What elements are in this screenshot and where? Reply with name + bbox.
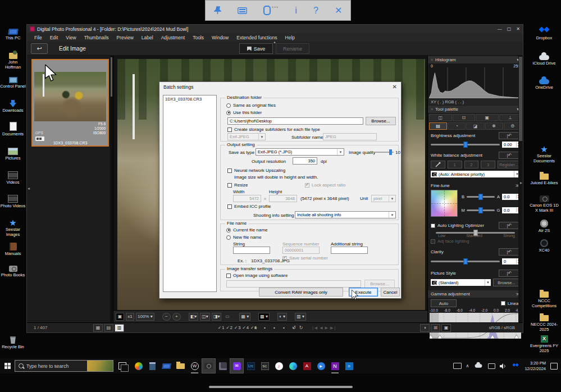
tab-crop[interactable]: ⊡	[453, 114, 476, 121]
close-icon[interactable]: ✕	[335, 6, 342, 15]
gamma-auto-button[interactable]: Auto	[431, 299, 457, 307]
neural-upscaling-checkbox[interactable]: Neural network Upscaling	[227, 168, 285, 173]
compare-horizontal-button[interactable]: ◫▾	[200, 313, 210, 321]
desktop-icon-control-panel[interactable]: Control Panel	[0, 72, 26, 89]
action-center-icon[interactable]	[550, 363, 558, 370]
grid-layout-button[interactable]: ▦	[93, 324, 103, 332]
mg-value[interactable]: 0.0▲▼	[502, 207, 520, 213]
execute-button[interactable]: Execute	[349, 288, 378, 297]
menu-tools[interactable]: Tools	[189, 35, 208, 40]
desktop-icon-downloads[interactable]: Downloads	[0, 96, 26, 113]
tab-color[interactable]: ❋	[485, 122, 503, 130]
desktop-icon-juiced-ebikes[interactable]: Juiced E-bikes	[528, 168, 560, 186]
taskbar-search[interactable]: Type here to search	[15, 360, 113, 372]
rotate-left-button[interactable]: ↺	[292, 325, 296, 330]
taskbar-photos[interactable]	[216, 358, 230, 373]
clarity-reset-button[interactable]: |↶	[499, 248, 520, 256]
clarity-slider[interactable]	[431, 261, 500, 262]
onedrive-tray-icon[interactable]	[475, 364, 482, 367]
create-subfolders-checkbox[interactable]: Create storage subfolders for each file …	[227, 127, 320, 132]
open-with-software-checkbox[interactable]: Open image using software	[226, 273, 288, 278]
filmstrip-layout-button[interactable]: ▥	[115, 324, 124, 332]
touch-keyboard-icon[interactable]	[453, 363, 462, 369]
clarity-value[interactable]: 0▲▼	[502, 258, 520, 265]
prev-image-button[interactable]: ◀	[320, 326, 323, 330]
desktop-icon-photo-books[interactable]: Photo Books	[0, 261, 26, 278]
picture-style-dropdown[interactable]: (Standard)▼	[431, 279, 491, 286]
softproof-icon[interactable]: ⊞	[431, 324, 440, 332]
fine-tune-color-box[interactable]	[431, 190, 458, 217]
menu-thumbnails[interactable]: Thumbnails	[80, 35, 113, 40]
wb-eyedropper-button[interactable]	[431, 161, 445, 168]
network-icon[interactable]	[488, 363, 495, 369]
embed-icc-checkbox[interactable]: Embed ICC profile	[227, 204, 271, 209]
picture-style-reset-button[interactable]: |↶	[499, 270, 520, 277]
menu-preview[interactable]: Preview	[113, 35, 138, 40]
fit-to-window-button[interactable]: ▣	[116, 313, 124, 321]
desktop-icon-videos[interactable]: Videos	[0, 168, 26, 185]
taskbar-this-pc[interactable]	[159, 358, 174, 373]
file-list-item[interactable]: 1DX3_033708.CR3	[165, 97, 202, 102]
alo-checkbox[interactable]	[431, 224, 435, 228]
desktop-icon-this-pc[interactable]: This PC	[0, 24, 26, 41]
histogram-header[interactable]: ≡Histogram▼	[428, 56, 523, 63]
taskbar-photo-app[interactable]: SC	[258, 358, 272, 373]
tab-basic[interactable]: ▤	[429, 122, 447, 130]
additional-string-field[interactable]	[331, 247, 368, 254]
desktop-icon-dropbox[interactable]: Dropbox	[528, 24, 560, 41]
desktop-icon-air-2s[interactable]: Air 2S	[528, 216, 560, 234]
wb-register-button[interactable]: Register...	[498, 161, 520, 168]
keyboard-icon[interactable]	[238, 7, 247, 14]
alo-slider[interactable]	[436, 232, 515, 234]
image-quality-slider[interactable]	[373, 152, 394, 153]
taskbar-outlook[interactable]: o	[342, 358, 356, 373]
desktop-icon-photo-videos[interactable]: Photo Videos	[0, 192, 26, 209]
menu-adjustment[interactable]: Adjustment	[157, 35, 189, 40]
taskbar-lightroom[interactable]: Lrc	[244, 358, 258, 373]
compare-vertical-button[interactable]: ◨▾	[212, 313, 222, 321]
taskbar-acrobat[interactable]: A	[300, 358, 314, 373]
desktop-icon-user-folder[interactable]: John Hoffman	[0, 48, 26, 70]
string-field[interactable]	[233, 247, 270, 254]
desktop-icon-documents[interactable]: Documents	[0, 120, 26, 137]
destination-browse-button[interactable]: Browse...	[366, 117, 396, 125]
dialog-file-list[interactable]: 1DX3_033708.CR3	[163, 95, 217, 292]
menu-view[interactable]: View	[62, 35, 80, 40]
taskbar-itunes[interactable]: ♪	[272, 358, 286, 373]
color-label-dots[interactable]: • • • • •	[254, 325, 298, 330]
taskbar-onenote[interactable]: N	[328, 358, 342, 373]
save-as-type-dropdown[interactable]: Exif-JPEG (*.JPG)▼	[256, 148, 344, 156]
desktop-icon-neccc[interactable]: NECCC 2024-2025	[528, 310, 560, 332]
tray-chevron-icon[interactable]: ∧	[466, 363, 469, 368]
menu-label[interactable]: Label	[138, 35, 157, 40]
use-this-folder-radio[interactable]: Use this folder	[226, 110, 262, 115]
desktop-icon-nccc[interactable]: NCCC Competitions	[528, 286, 560, 308]
desktop-icon-recycle-bin[interactable]: Recycle Bin	[0, 332, 26, 350]
wb-reset-button[interactable]: |↶	[499, 152, 520, 159]
rotate-right-button[interactable]: ↻	[299, 325, 303, 330]
menu-edit[interactable]: Edit	[46, 35, 62, 40]
current-file-name-radio[interactable]: Current file name	[226, 227, 267, 233]
desktop-icon-xc40[interactable]: XC40	[528, 236, 560, 253]
save-button[interactable]: Save	[239, 43, 273, 54]
rename-button[interactable]: Rename	[276, 43, 309, 54]
single-view-button[interactable]: ◧▾	[189, 313, 199, 321]
rating-4[interactable]: ✓4	[242, 325, 249, 330]
rows-layout-button[interactable]: ▤	[104, 324, 113, 332]
cancel-button[interactable]: Cancel	[381, 288, 400, 297]
menu-file[interactable]: File	[30, 35, 46, 40]
grid-overlay-button[interactable]: ▦ ▾	[239, 313, 250, 321]
start-button[interactable]	[0, 358, 15, 373]
minimize-button[interactable]: —	[498, 26, 502, 31]
filmstrip-scrollbar[interactable]	[110, 56, 113, 322]
menu-extended-functions[interactable]: Extended functions	[232, 35, 281, 40]
tool-palette-header[interactable]: ≡Tool palette▼	[428, 106, 523, 113]
palette-scrollbar[interactable]	[518, 56, 523, 322]
tab-stamp[interactable]: ▣	[476, 114, 499, 121]
menu-window[interactable]: Window	[208, 35, 232, 40]
title-bar[interactable]: Digital Photo Professional 4 - [Folder: …	[27, 25, 523, 33]
before-after-button[interactable]: ◐ ▾	[277, 313, 287, 321]
zoom-level-dropdown[interactable]: 100% ▾	[136, 313, 154, 321]
picture-style-browse-button[interactable]: Browse...	[493, 279, 520, 286]
collapse-right-panel-icon[interactable]: ▸	[520, 180, 522, 185]
